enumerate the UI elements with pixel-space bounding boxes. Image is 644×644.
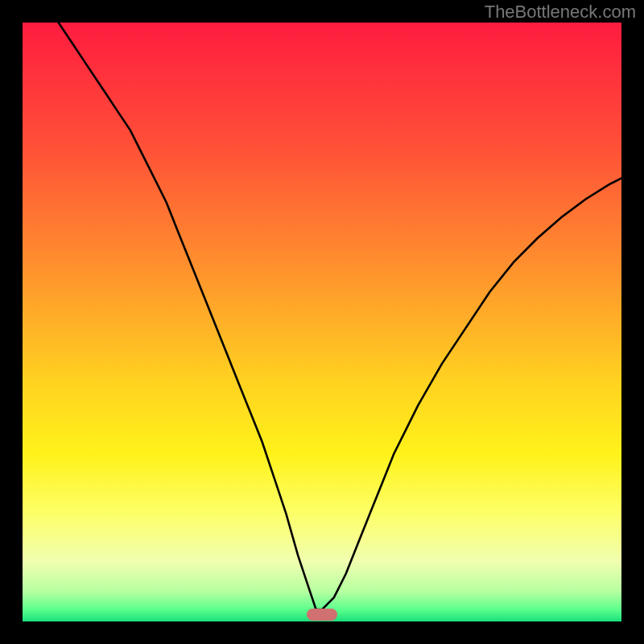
attribution-label: TheBottleneck.com xyxy=(485,2,636,23)
plot-area xyxy=(23,23,621,621)
optimum-marker xyxy=(307,609,336,621)
bottleneck-curve xyxy=(23,23,621,621)
chart-frame: TheBottleneck.com xyxy=(0,0,644,644)
